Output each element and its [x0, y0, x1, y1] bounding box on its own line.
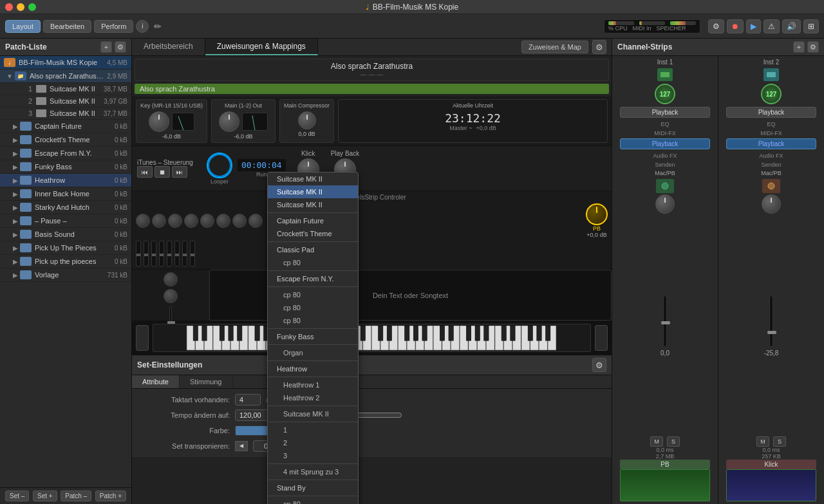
- forward-button[interactable]: ⏭: [172, 166, 187, 178]
- popup-item[interactable]: cp 80: [268, 498, 358, 504]
- list-item[interactable]: ▶ Pick up the pioeces 0 kB: [0, 255, 131, 268]
- list-item[interactable]: 1 Suitcase MK II 38,7 MB: [0, 83, 131, 95]
- rp-gear-button[interactable]: ⚙: [807, 41, 819, 53]
- popup-item[interactable]: 2: [268, 436, 358, 449]
- list-item[interactable]: ▶ Escape From N.Y. 0 kB: [0, 147, 131, 160]
- settings-button[interactable]: ⚙: [708, 19, 724, 33]
- cs-knob-5[interactable]: [200, 214, 214, 228]
- key-knob[interactable]: [149, 111, 169, 132]
- list-item[interactable]: ▶ Vorlage 731 kB: [0, 268, 131, 282]
- list-item[interactable]: ♩ BB-Film-Musik MS Kopie 4,5 MB: [0, 56, 131, 70]
- transpose-minus[interactable]: ◀: [235, 441, 248, 451]
- list-item-basis-sound[interactable]: ▶ Basis Sound 0 kB: [0, 228, 131, 241]
- tab-stimmung[interactable]: Stimmung: [180, 375, 233, 388]
- play-button[interactable]: ▶: [746, 19, 761, 33]
- tab-zuweisungen[interactable]: Zuweisungen & Mappings: [205, 39, 318, 55]
- ch1-playback-active-btn[interactable]: Playback: [620, 138, 710, 149]
- set-minus-button[interactable]: Set –: [5, 490, 29, 501]
- list-item[interactable]: ▶ Crockett's Theme 0 kB: [0, 133, 131, 147]
- main-knob[interactable]: [219, 111, 239, 132]
- popup-item[interactable]: Suitcase MK II: [268, 407, 358, 420]
- list-item-heathrow[interactable]: ▶ Heathrow 0 kB: [0, 174, 131, 187]
- popup-item[interactable]: Stand By: [268, 481, 358, 494]
- info-button[interactable]: i: [136, 20, 149, 33]
- stop-button[interactable]: ⏹: [154, 166, 170, 178]
- list-item[interactable]: ▶ Inner Back Home 0 kB: [0, 187, 131, 201]
- popup-item[interactable]: Heathrow 2: [268, 391, 358, 404]
- cs-knob-1[interactable]: [136, 214, 150, 228]
- popup-item[interactable]: 4 mit Sprung zu 3: [268, 465, 358, 478]
- bearbeiten-button[interactable]: Bearbeiten: [43, 20, 91, 33]
- fullscreen-button[interactable]: [28, 3, 36, 11]
- pitch-wheel[interactable]: [136, 325, 149, 351]
- popup-item[interactable]: cp 80: [268, 314, 358, 327]
- ch2-playback-btn[interactable]: Playback: [726, 107, 816, 118]
- patch-add-button[interactable]: +: [100, 41, 112, 53]
- center-gear-button[interactable]: ⚙: [592, 40, 606, 54]
- ch1-main-knob[interactable]: [655, 194, 675, 214]
- popup-item[interactable]: Suitcase MK II: [268, 173, 358, 185]
- cs-fader-2[interactable]: [144, 241, 149, 266]
- keyboard-strip[interactable]: [153, 324, 591, 352]
- ch1-s-button[interactable]: S: [667, 436, 680, 447]
- rewind-button[interactable]: ⏮: [137, 166, 153, 178]
- cs-fader-4[interactable]: [159, 241, 164, 266]
- ch1-m-button[interactable]: M: [650, 436, 663, 447]
- popup-item[interactable]: cp 80: [268, 256, 358, 269]
- ch2-s-button[interactable]: S: [773, 436, 786, 447]
- list-item[interactable]: ▶ Funky Bass 0 kB: [0, 160, 131, 174]
- popup-item[interactable]: 1: [268, 424, 358, 436]
- ch2-playback-active-btn[interactable]: Playback: [726, 138, 816, 149]
- popup-item[interactable]: Heathrow: [268, 362, 358, 375]
- audio-button[interactable]: 🔊: [782, 19, 801, 33]
- popup-item[interactable]: Funky Bass: [268, 330, 358, 343]
- cs-knob-2[interactable]: [152, 214, 166, 228]
- cs-knob-8[interactable]: [248, 214, 263, 228]
- popup-item[interactable]: Organ: [268, 346, 358, 359]
- cs-fader-7[interactable]: [182, 241, 187, 266]
- cs-knob-3[interactable]: [168, 214, 182, 228]
- ch2-m-button[interactable]: M: [756, 436, 769, 447]
- ch1-fader-track[interactable]: [663, 295, 667, 347]
- close-button[interactable]: [5, 3, 13, 11]
- cs-fader-5[interactable]: [167, 241, 172, 266]
- se-gear-button[interactable]: ⚙: [592, 358, 606, 372]
- popup-item-selected[interactable]: Suitcase MK II: [268, 185, 358, 198]
- list-item[interactable]: 2 Suitcase MK II 3,97 GB: [0, 95, 131, 107]
- popup-item[interactable]: Classic Pad: [268, 243, 358, 256]
- list-item[interactable]: ▶ Captain Future 0 kB: [0, 120, 131, 133]
- warning-button[interactable]: ⚠: [763, 19, 780, 33]
- popup-item[interactable]: Heathrow 1: [268, 378, 358, 391]
- popup-item[interactable]: Escape From N.Y.: [268, 272, 358, 285]
- mod-wheel[interactable]: [595, 325, 608, 351]
- popup-item[interactable]: Crockett's Theme: [268, 227, 358, 240]
- list-item[interactable]: ▶ Starky And Hutch 0 kB: [0, 201, 131, 214]
- assign-button[interactable]: Zuweisen & Map: [521, 41, 588, 53]
- cs-knob-7[interactable]: [232, 214, 247, 228]
- tab-attribute[interactable]: Attribute: [132, 375, 180, 388]
- ch2-fader-track[interactable]: [769, 295, 773, 347]
- tab-arbeitsbereich[interactable]: Arbeitsbereich: [132, 39, 205, 55]
- highlighted-patch-entry[interactable]: Also sprach Zarathustra: [135, 84, 609, 94]
- perform-button[interactable]: Perform: [94, 20, 133, 33]
- list-item[interactable]: ▶ – Pause – 0 kB: [0, 214, 131, 228]
- cs-knob-6[interactable]: [216, 214, 230, 228]
- comp-knob[interactable]: [298, 111, 316, 129]
- minimize-button[interactable]: [17, 3, 24, 11]
- layout-button[interactable]: Layout: [5, 20, 41, 33]
- popup-item[interactable]: Suitcase MK II: [268, 198, 358, 211]
- popup-item[interactable]: 3: [268, 449, 358, 462]
- cs-knob-4[interactable]: [184, 214, 198, 228]
- perf-knob-1[interactable]: [164, 272, 178, 286]
- taktart-input-num[interactable]: [235, 394, 261, 406]
- ch1-playback-btn[interactable]: Playback: [620, 107, 710, 118]
- eq-button[interactable]: ⊞: [803, 19, 819, 33]
- list-item[interactable]: ▼ 📁 Also sprach Zarathustra 2,9 MB: [0, 70, 131, 83]
- cs-fader-8[interactable]: [190, 241, 195, 266]
- record-button[interactable]: ⏺: [727, 19, 744, 33]
- cs-fader-3[interactable]: [151, 241, 156, 266]
- pb-knob[interactable]: [586, 203, 608, 225]
- popup-item[interactable]: cp 80: [268, 301, 358, 314]
- perf-knob-2[interactable]: [164, 289, 178, 303]
- set-plus-button[interactable]: Set +: [33, 490, 57, 501]
